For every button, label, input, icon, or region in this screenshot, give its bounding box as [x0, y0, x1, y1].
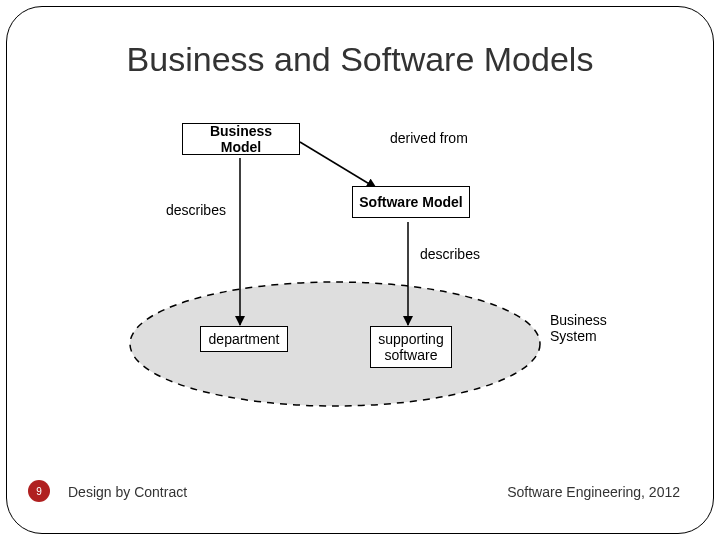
label-business-system: Business System: [550, 312, 607, 344]
edge-label-describes-left: describes: [166, 202, 226, 218]
page-number-badge: 9: [28, 480, 50, 502]
node-department: department: [200, 326, 288, 352]
diagram-area: Business Model Software Model department…: [90, 120, 630, 420]
footer-left: Design by Contract: [68, 484, 187, 500]
diagram-svg: [90, 120, 630, 420]
footer-right: Software Engineering, 2012: [507, 484, 680, 500]
node-business-model: Business Model: [182, 123, 300, 155]
edge-label-derived-from: derived from: [390, 130, 468, 146]
node-supporting-software: supporting software: [370, 326, 452, 368]
svg-line-1: [300, 142, 376, 188]
edge-label-describes-right: describes: [420, 246, 480, 262]
svg-point-0: [130, 282, 540, 406]
node-software-model: Software Model: [352, 186, 470, 218]
slide-title: Business and Software Models: [0, 40, 720, 79]
